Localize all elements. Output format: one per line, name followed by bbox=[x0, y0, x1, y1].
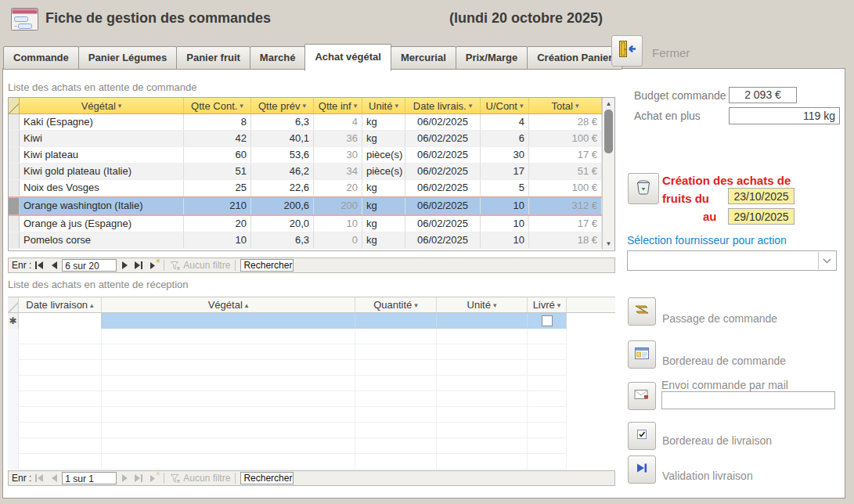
date-from-field[interactable]: 23/10/2025 bbox=[728, 188, 795, 204]
table-row[interactable]: Kaki (Espagne)86,34kg06/02/2025428 € bbox=[9, 114, 614, 131]
row-selector[interactable] bbox=[9, 147, 20, 163]
new-record-button[interactable]: ✳ bbox=[147, 261, 159, 271]
column-header-quantit[interactable]: Quantité▾ bbox=[355, 297, 437, 312]
cell-qtte-inf[interactable]: 30 bbox=[314, 147, 362, 163]
cell-qtte-cont[interactable]: 20 bbox=[184, 216, 251, 232]
row-selector[interactable] bbox=[9, 131, 20, 146]
combo-dropdown-button[interactable] bbox=[818, 252, 835, 269]
cell-unite[interactable]: kg bbox=[362, 114, 405, 130]
column-header-livr[interactable]: Livré▾ bbox=[528, 297, 567, 312]
cell-u-cont[interactable]: 5 bbox=[481, 180, 529, 196]
cell-qtte-prev[interactable]: 40,1 bbox=[251, 131, 314, 146]
delivery-slip-button[interactable] bbox=[628, 422, 656, 450]
cell-qtte-inf[interactable]: 36 bbox=[314, 131, 362, 146]
tab-cr-ation-panier[interactable]: Création Panier bbox=[527, 46, 622, 70]
cell-date-livraison[interactable]: 06/02/2025 bbox=[405, 131, 481, 146]
delivered-checkbox[interactable] bbox=[542, 315, 553, 326]
validate-delivery-button[interactable] bbox=[628, 455, 656, 484]
tab-mercurial[interactable]: Mercurial bbox=[391, 46, 456, 70]
first-record-button[interactable] bbox=[34, 261, 45, 271]
tab-achat-v-g-tal[interactable]: Achat végétal bbox=[304, 44, 391, 71]
column-header-date-livrais[interactable]: Date livrais.▾ bbox=[405, 98, 481, 113]
budget-value-field[interactable]: 2 093 € bbox=[729, 87, 797, 103]
column-header-u-cont[interactable]: U/Cont▾ bbox=[481, 98, 529, 113]
cell-qtte-inf[interactable]: 200 bbox=[314, 198, 362, 214]
table-row[interactable]: Kiwi plateau6053,630pièce(s)06/02/202530… bbox=[9, 147, 614, 164]
cell-total[interactable]: 17 € bbox=[529, 216, 602, 232]
place-order-button[interactable] bbox=[628, 297, 656, 326]
cell-u-cont[interactable]: 30 bbox=[481, 147, 529, 163]
column-header-qtte-inf[interactable]: Qtte inf▾ bbox=[314, 98, 362, 113]
cell-qtte-prev[interactable]: 6,3 bbox=[251, 232, 314, 248]
cell-qtte-cont[interactable]: 8 bbox=[184, 114, 251, 130]
send-order-mail-button[interactable] bbox=[628, 382, 656, 410]
cell-vegetal[interactable]: Orange washington (Italie) bbox=[20, 198, 184, 214]
table-row[interactable]: Orange washington (Italie)210200,6200kg0… bbox=[9, 196, 614, 216]
table-row[interactable]: Pomelos corse106,30kg06/02/20251018 € bbox=[9, 232, 614, 249]
row-selector[interactable] bbox=[9, 164, 20, 179]
scrollbar-thumb[interactable] bbox=[604, 110, 613, 153]
cell-qtte-prev[interactable]: 53,6 bbox=[251, 147, 314, 163]
cell-qtte-inf[interactable]: 4 bbox=[314, 114, 362, 130]
cell-qtte-cont[interactable]: 60 bbox=[184, 147, 251, 163]
new-cell-livr[interactable] bbox=[528, 313, 567, 329]
orders-vertical-scrollbar[interactable]: ▲ ▼ bbox=[602, 98, 614, 250]
cell-u-cont[interactable]: 10 bbox=[481, 216, 529, 232]
cell-unite[interactable]: kg bbox=[362, 198, 405, 214]
cell-unite[interactable]: pièce(s) bbox=[362, 164, 405, 179]
cell-date-livraison[interactable]: 06/02/2025 bbox=[405, 114, 481, 130]
cell-unite[interactable]: pièce(s) bbox=[362, 147, 405, 163]
new-cell-date-livraison[interactable] bbox=[19, 313, 102, 329]
cell-total[interactable]: 17 € bbox=[529, 147, 602, 163]
cell-u-cont[interactable]: 17 bbox=[481, 164, 529, 179]
record-position[interactable]: 6 sur 20 bbox=[62, 259, 117, 272]
cell-unite[interactable]: kg bbox=[362, 232, 405, 248]
column-header-date-livraison[interactable]: Date livraison▴ bbox=[19, 297, 102, 312]
row-selector[interactable] bbox=[9, 114, 20, 130]
tab-march[interactable]: Marché bbox=[250, 46, 306, 70]
cell-total[interactable]: 28 € bbox=[529, 114, 602, 130]
new-record-row[interactable]: ✱ bbox=[8, 313, 615, 329]
cell-qtte-inf[interactable]: 20 bbox=[314, 180, 362, 196]
order-slip-button[interactable] bbox=[628, 340, 656, 369]
table-row[interactable]: Orange à jus (Espagne)2020,010kg06/02/20… bbox=[9, 216, 614, 232]
cell-unite[interactable]: kg bbox=[362, 216, 405, 232]
cell-unite[interactable]: kg bbox=[362, 131, 405, 146]
next-record-button[interactable] bbox=[119, 261, 131, 271]
cell-vegetal[interactable]: Orange à jus (Espagne) bbox=[20, 216, 184, 232]
new-cell-quantit[interactable] bbox=[355, 313, 437, 329]
cell-qtte-prev[interactable]: 6,3 bbox=[251, 114, 314, 130]
cell-qtte-cont[interactable]: 10 bbox=[184, 232, 251, 248]
row-selector[interactable] bbox=[9, 216, 20, 232]
cell-qtte-prev[interactable]: 22,6 bbox=[251, 180, 314, 196]
new-cell-unit[interactable] bbox=[437, 313, 528, 329]
column-header-v-g-tal[interactable]: Végétal▾ bbox=[20, 98, 184, 113]
row-selector[interactable] bbox=[9, 198, 20, 214]
new-cell-v-g-tal[interactable] bbox=[102, 313, 355, 329]
cell-qtte-inf[interactable]: 0 bbox=[314, 232, 362, 248]
column-header-unit[interactable]: Unité▾ bbox=[437, 297, 528, 312]
cell-date-livraison[interactable]: 06/02/2025 bbox=[405, 180, 481, 196]
scroll-up-arrow-icon[interactable]: ▲ bbox=[603, 99, 614, 109]
cell-total[interactable]: 100 € bbox=[529, 180, 602, 196]
supplier-input[interactable] bbox=[629, 252, 823, 269]
cell-qtte-cont[interactable]: 210 bbox=[184, 198, 251, 214]
cell-total[interactable]: 312 € bbox=[529, 198, 602, 214]
cell-date-livraison[interactable]: 06/02/2025 bbox=[405, 164, 481, 179]
cell-qtte-prev[interactable]: 46,2 bbox=[251, 164, 314, 179]
cell-total[interactable]: 100 € bbox=[529, 131, 602, 146]
cell-qtte-cont[interactable]: 42 bbox=[184, 131, 251, 146]
cell-qtte-inf[interactable]: 34 bbox=[314, 164, 362, 179]
date-to-field[interactable]: 29/10/2025 bbox=[728, 208, 795, 225]
cell-date-livraison[interactable]: 06/02/2025 bbox=[405, 232, 481, 248]
mail-address-input[interactable] bbox=[661, 391, 835, 409]
cell-qtte-prev[interactable]: 200,6 bbox=[251, 198, 314, 214]
close-form-button[interactable] bbox=[611, 35, 643, 67]
cell-total[interactable]: 51 € bbox=[529, 164, 602, 179]
cell-vegetal[interactable]: Kiwi gold plateau (Italie) bbox=[20, 164, 184, 179]
table-row[interactable]: Noix des Vosges2522,620kg06/02/20255100 … bbox=[9, 180, 614, 196]
tab-prix-marge[interactable]: Prix/Marge bbox=[456, 46, 528, 70]
cell-vegetal[interactable]: Kiwi plateau bbox=[20, 147, 184, 163]
search-input[interactable] bbox=[240, 472, 294, 484]
cell-u-cont[interactable]: 10 bbox=[481, 232, 529, 248]
